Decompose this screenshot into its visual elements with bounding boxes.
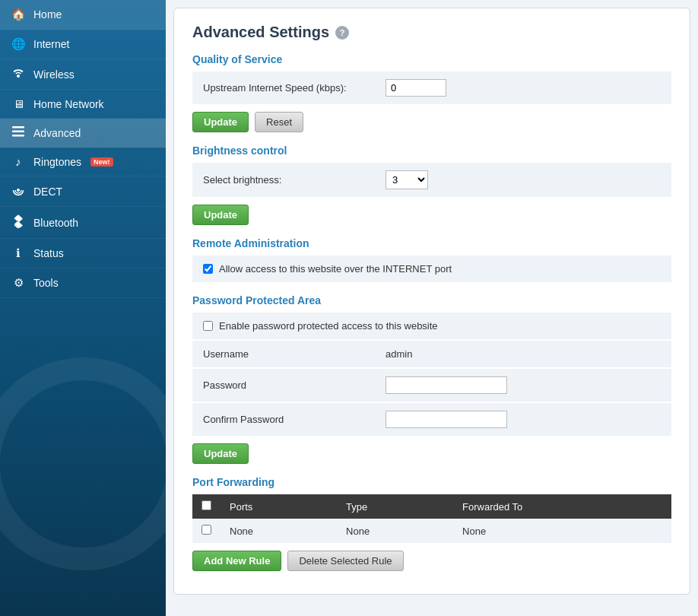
col-checkbox: [192, 494, 221, 519]
sidebar: 🏠 Home 🌐 Internet Wireless 🖥 Home Networ…: [0, 0, 166, 616]
select-all-checkbox[interactable]: [201, 500, 211, 510]
bluetooth-icon: [11, 214, 26, 230]
password-section-title: Password Protected Area: [192, 294, 671, 306]
sidebar-item-ringtones[interactable]: ♪ Ringtones New!: [0, 148, 166, 176]
content-panel: Advanced Settings ? Quality of Service U…: [173, 8, 690, 595]
qos-btn-row: Update Reset: [192, 112, 671, 132]
home-network-icon: 🖥: [11, 97, 26, 110]
add-new-rule-button[interactable]: Add New Rule: [192, 551, 281, 571]
table-header-row: Ports Type Forwarded To: [192, 494, 671, 519]
sidebar-item-home-network-label: Home Network: [33, 98, 104, 110]
sidebar-item-dect-label: DECT: [33, 186, 62, 198]
brightness-section-title: Brightness control: [192, 144, 671, 157]
row-checkbox[interactable]: [201, 525, 211, 535]
ringtones-icon: ♪: [11, 155, 26, 168]
dect-icon: [11, 184, 26, 198]
delete-selected-rule-button[interactable]: Delete Selected Rule: [287, 551, 403, 571]
upstream-speed-label: Upstream Internet Speed (kbps):: [203, 82, 385, 94]
tools-icon: ⚙: [11, 276, 26, 290]
home-icon: 🏠: [11, 8, 26, 21]
help-icon[interactable]: ?: [335, 26, 349, 40]
row-forwarded-to: None: [453, 519, 671, 543]
brightness-row: Select brightness: 1 2 3 4 5: [192, 163, 671, 197]
remote-admin-label: Allow access to this website over the IN…: [219, 263, 452, 275]
advanced-icon: [11, 126, 26, 139]
internet-icon: 🌐: [11, 37, 26, 51]
svg-rect-2: [12, 135, 24, 137]
password-btn-row: Update: [192, 443, 671, 464]
table-actions: Add New Rule Delete Selected Rule: [192, 551, 671, 571]
qos-update-button[interactable]: Update: [192, 112, 249, 132]
table-row: None None None: [192, 519, 671, 543]
qos-section-title: Quality of Service: [192, 53, 671, 65]
sidebar-item-dect[interactable]: DECT: [0, 176, 166, 207]
enable-password-label: Enable password protected access to this…: [219, 320, 438, 332]
confirm-password-row: Confirm Password: [192, 403, 671, 436]
password-update-button[interactable]: Update: [192, 443, 249, 464]
confirm-password-label: Confirm Password: [203, 414, 385, 425]
upstream-speed-row: Upstream Internet Speed (kbps):: [192, 71, 671, 104]
sidebar-item-internet[interactable]: 🌐 Internet: [0, 30, 166, 59]
qos-reset-button[interactable]: Reset: [255, 112, 303, 132]
remote-admin-row: Allow access to this website over the IN…: [192, 256, 671, 282]
svg-rect-0: [12, 126, 24, 129]
page-title-row: Advanced Settings ?: [192, 24, 671, 41]
sidebar-item-status[interactable]: ℹ Status: [0, 239, 166, 268]
sidebar-item-ringtones-label: Ringtones: [33, 156, 81, 168]
col-forwarded-to: Forwarded To: [453, 494, 671, 519]
confirm-password-input[interactable]: [385, 411, 507, 428]
password-row: Password: [192, 369, 671, 402]
sidebar-item-status-label: Status: [33, 247, 64, 259]
sidebar-item-bluetooth-label: Bluetooth: [33, 217, 78, 229]
row-type: None: [337, 519, 453, 543]
col-type: Type: [337, 494, 453, 519]
sidebar-item-bluetooth[interactable]: Bluetooth: [0, 207, 166, 239]
sidebar-item-tools[interactable]: ⚙ Tools: [0, 268, 166, 298]
port-forwarding-section-title: Port Forwarding: [192, 476, 671, 488]
main-content: Advanced Settings ? Quality of Service U…: [166, 0, 698, 616]
sidebar-item-home[interactable]: 🏠 Home: [0, 0, 166, 30]
remote-admin-checkbox[interactable]: [203, 264, 213, 274]
brightness-update-button[interactable]: Update: [192, 205, 249, 225]
svg-point-3: [17, 189, 20, 192]
ringtones-badge: New!: [90, 157, 113, 167]
wireless-icon: [11, 67, 26, 81]
username-value: admin: [385, 348, 412, 360]
sidebar-item-home-label: Home: [33, 8, 62, 21]
brightness-label: Select brightness:: [203, 174, 385, 186]
sidebar-item-advanced-label: Advanced: [33, 127, 81, 139]
brightness-select[interactable]: 1 2 3 4 5: [385, 170, 428, 189]
col-ports: Ports: [221, 494, 337, 519]
password-input[interactable]: [385, 376, 507, 394]
row-ports: None: [221, 519, 337, 543]
password-label: Password: [203, 379, 385, 391]
page-title: Advanced Settings: [192, 24, 329, 41]
enable-password-checkbox[interactable]: [203, 321, 213, 331]
row-checkbox-cell: [192, 519, 221, 543]
sidebar-item-advanced[interactable]: Advanced: [0, 119, 166, 148]
sidebar-item-wireless[interactable]: Wireless: [0, 59, 166, 90]
status-icon: ℹ: [11, 246, 26, 260]
sidebar-item-home-network[interactable]: 🖥 Home Network: [0, 90, 166, 119]
svg-rect-1: [12, 131, 24, 133]
brightness-btn-row: Update: [192, 205, 671, 225]
sidebar-item-wireless-label: Wireless: [33, 68, 75, 81]
sidebar-item-internet-label: Internet: [33, 38, 69, 50]
username-row: Username admin: [192, 341, 671, 367]
enable-password-row: Enable password protected access to this…: [192, 313, 671, 339]
port-forwarding-table: Ports Type Forwarded To None None None: [192, 494, 671, 543]
upstream-speed-input[interactable]: [385, 79, 446, 97]
remote-admin-section-title: Remote Administration: [192, 237, 671, 249]
sidebar-item-tools-label: Tools: [33, 277, 59, 289]
username-label: Username: [203, 348, 385, 360]
